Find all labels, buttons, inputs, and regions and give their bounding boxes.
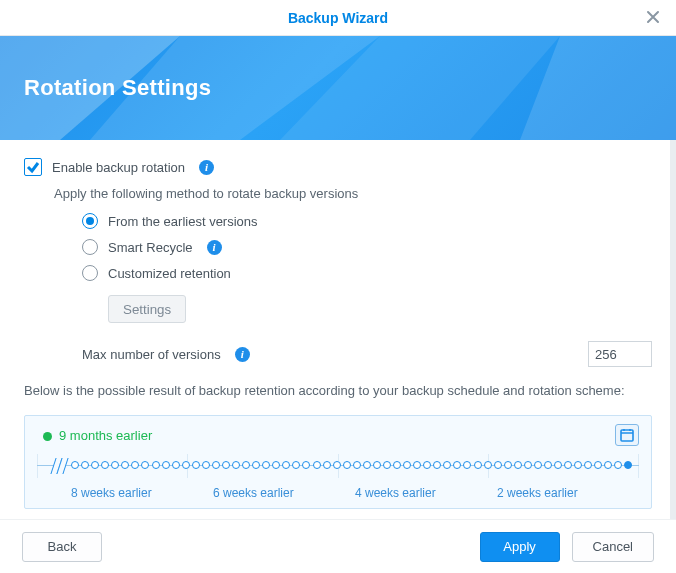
titlebar: Backup Wizard <box>0 0 676 36</box>
earliest-marker-icon <box>43 432 52 441</box>
close-icon[interactable] <box>644 8 662 26</box>
cancel-button[interactable]: Cancel <box>572 532 654 562</box>
radio-smart-label: Smart Recycle <box>108 240 193 255</box>
radio-earliest-label: From the earliest versions <box>108 214 258 229</box>
calendar-icon[interactable] <box>615 424 639 446</box>
footer: Back Apply Cancel <box>0 519 676 573</box>
wizard-header: Rotation Settings <box>0 36 676 140</box>
radio-earliest[interactable] <box>82 213 98 229</box>
radio-customized[interactable] <box>82 265 98 281</box>
info-icon[interactable]: i <box>199 160 214 175</box>
axis-break-icon <box>53 458 65 474</box>
info-icon[interactable]: i <box>207 240 222 255</box>
tick-label: 4 weeks earlier <box>355 486 497 500</box>
radio-custom-label: Customized retention <box>108 266 231 281</box>
max-versions-input[interactable] <box>588 341 652 367</box>
tick-label: 2 weeks earlier <box>497 486 639 500</box>
backup-wizard-window: Backup Wizard Rotation Settings Enable b… <box>0 0 676 573</box>
page-title: Rotation Settings <box>24 75 211 101</box>
apply-method-desc: Apply the following method to rotate bac… <box>54 186 652 201</box>
retention-timeline: 9 months earlier 8 weeks earlier 6 weeks… <box>24 415 652 509</box>
back-button[interactable]: Back <box>22 532 102 562</box>
earliest-marker-label: 9 months earlier <box>59 428 152 443</box>
svg-rect-4 <box>621 430 633 441</box>
tick-label: 6 weeks earlier <box>213 486 355 500</box>
window-title: Backup Wizard <box>288 10 388 26</box>
version-dots <box>71 461 633 469</box>
scrollbar-track[interactable] <box>670 140 676 519</box>
radio-smart-recycle[interactable] <box>82 239 98 255</box>
apply-button[interactable]: Apply <box>480 532 560 562</box>
tick-label: 8 weeks earlier <box>71 486 213 500</box>
enable-rotation-label: Enable backup rotation <box>52 160 185 175</box>
max-versions-label: Max number of versions <box>82 347 221 362</box>
customized-settings-button[interactable]: Settings <box>108 295 186 323</box>
content-area: Enable backup rotation i Apply the follo… <box>0 140 676 519</box>
enable-rotation-checkbox[interactable] <box>24 158 42 176</box>
retention-explain-text: Below is the possible result of backup r… <box>24 381 652 401</box>
info-icon[interactable]: i <box>235 347 250 362</box>
